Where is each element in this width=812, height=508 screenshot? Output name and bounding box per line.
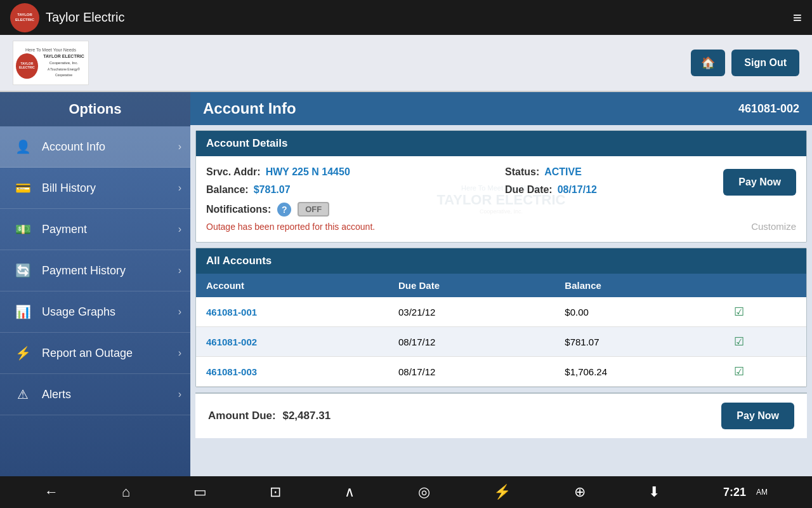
time-display-area: 7:21 AM [723,486,768,499]
bottom-bar: ← ⌂ ▭ ⊡ ∧ ◎ ⚡ ⊕ ⬇ 7:21 AM [0,476,812,508]
content-header: Account Info 461081-002 [190,92,812,125]
chevron-right-icon: › [178,265,181,276]
download-icon[interactable]: ⬇ [648,484,660,500]
chevron-right-icon: › [178,182,181,194]
details-grid: Srvc. Addr: HWY 225 N 14450 Balance: $78… [206,166,796,196]
amount-due-label: Amount Due: $2,487.31 [208,410,331,422]
notifications-label: Notifications: [206,204,271,215]
sidebar-item-payment[interactable]: 💵 Payment › [0,209,190,250]
content-area: Account Info 461081-002 Account Details … [190,92,812,476]
chevron-right-icon: › [178,347,181,359]
time-display: 7:21 [723,486,746,499]
all-accounts-section: All Accounts Account Due Date Balance 46… [195,248,807,387]
signout-button[interactable]: Sign Out [731,50,799,76]
sidebar-item-label: Account Info [42,140,105,154]
recent-apps-icon[interactable]: ▭ [193,484,207,500]
top-bar: TAYLORELECTRIC Taylor Electric ≡ [0,0,812,35]
customize-button[interactable]: Customize [751,221,796,232]
table-row: 461081-001 03/21/12 $0.00 ☑ [196,297,806,327]
account-details-section: Account Details Here To Meet Your Needs … [195,130,807,243]
check-icon: ☑ [734,364,744,378]
srvc-addr-value: HWY 225 N 14450 [266,166,350,178]
check-cell: ☑ [724,297,806,327]
details-left: Srvc. Addr: HWY 225 N 14450 Balance: $78… [206,166,497,196]
check-icon: ☑ [734,305,744,319]
check-icon: ☑ [734,335,744,349]
account-link[interactable]: 461081-003 [196,357,388,387]
notifications-row: Notifications: ? OFF [206,202,796,217]
account-link[interactable]: 461081-002 [196,327,388,357]
sidebar-item-label: Payment [42,223,87,236]
sidebar-item-label: Payment History [42,264,126,277]
logo-badge: TAYLORELECTRIC [16,53,38,79]
home-nav-icon[interactable]: ⌂ [122,484,130,500]
status-label: Status: [505,166,539,178]
page-title: Account Info [203,100,296,117]
usb-icon[interactable]: ⚡ [494,484,511,500]
col-account: Account [196,274,388,297]
due-date-cell: 08/17/12 [388,357,554,387]
sidebar-item-alerts[interactable]: ⚠ Alerts › [0,374,190,415]
header-logo-area: Here To Meet Your Needs TAYLORELECTRIC T… [13,41,89,85]
status-value: ACTIVE [544,166,582,178]
help-icon[interactable]: ? [277,203,291,217]
srvc-addr-label: Srvc. Addr: [206,166,261,178]
balance-cell: $1,706.24 [554,357,724,387]
check-cell: ☑ [724,327,806,357]
balance-cell: $781.07 [554,327,724,357]
alerts-icon: ⚠ [13,384,33,404]
notifications-toggle[interactable]: OFF [298,202,329,217]
sidebar-item-usage-graphs[interactable]: 📊 Usage Graphs › [0,291,190,333]
screenshot-icon[interactable]: ⊡ [270,484,281,500]
col-check [724,274,806,297]
check-cell: ☑ [724,357,806,387]
account-info-icon: 👤 [13,137,33,157]
bill-history-icon: 💳 [13,178,33,198]
account-link[interactable]: 461081-001 [196,297,388,327]
sidebar-item-label: Bill History [42,182,96,195]
payment-icon: 💵 [13,219,33,239]
usage-graphs-icon: 📊 [13,302,33,322]
table-row: 461081-002 08/17/12 $781.07 ☑ [196,327,806,357]
pay-now-button[interactable]: Pay Now [723,169,796,196]
account-number-header: 461081-002 [738,102,799,116]
chevron-right-icon: › [178,306,181,318]
all-accounts-header: All Accounts [196,248,806,274]
sidebar-item-label: Report an Outage [42,347,133,360]
sidebar-item-report-outage[interactable]: ⚡ Report an Outage › [0,333,190,374]
android-icon[interactable]: ⊕ [574,484,586,500]
sidebar-item-account-info[interactable]: 👤 Account Info › [0,126,190,168]
due-date-label: Due Date: [505,184,553,196]
payment-history-icon: 🔄 [13,260,33,281]
up-chevron-icon[interactable]: ∧ [344,484,355,500]
header-buttons: 🏠 Sign Out [691,50,799,76]
location-icon[interactable]: ◎ [418,484,430,500]
total-bar: Amount Due: $2,487.31 Pay Now [195,392,807,438]
balance-label: Balance: [206,184,249,196]
outage-notice: Outage has been reported for this accoun… [206,222,796,232]
pay-now-bottom-button[interactable]: Pay Now [721,403,794,429]
sidebar: Options 👤 Account Info › 💳 Bill History … [0,92,190,476]
balance-value: $781.07 [254,184,291,196]
ampm-display: AM [756,488,768,497]
due-date-value: 08/17/12 [558,184,597,196]
account-details-header: Account Details [196,131,806,156]
accounts-table: Account Due Date Balance 461081-001 03/2… [196,274,806,387]
sidebar-item-bill-history[interactable]: 💳 Bill History › [0,168,190,209]
hamburger-menu[interactable]: ≡ [793,9,802,27]
back-icon[interactable]: ← [44,484,58,500]
top-bar-left: TAYLORELECTRIC Taylor Electric [10,3,124,32]
sidebar-item-payment-history[interactable]: 🔄 Payment History › [0,250,190,291]
col-due-date: Due Date [388,274,554,297]
report-outage-icon: ⚡ [13,343,33,363]
accounts-table-container: Account Due Date Balance 461081-001 03/2… [196,274,806,387]
due-date-cell: 08/17/12 [388,327,554,357]
home-button[interactable]: 🏠 [691,50,725,76]
header-logo: Here To Meet Your Needs TAYLORELECTRIC T… [13,41,89,85]
account-details-body: Here To Meet Your Needs TAYLOR ELECTRIC … [196,156,806,242]
srvc-addr-row: Srvc. Addr: HWY 225 N 14450 [206,166,497,178]
table-header-row: Account Due Date Balance [196,274,806,297]
table-row: 461081-003 08/17/12 $1,706.24 ☑ [196,357,806,387]
header-area: Here To Meet Your Needs TAYLORELECTRIC T… [0,35,812,92]
sidebar-item-label: Usage Graphs [42,305,115,319]
